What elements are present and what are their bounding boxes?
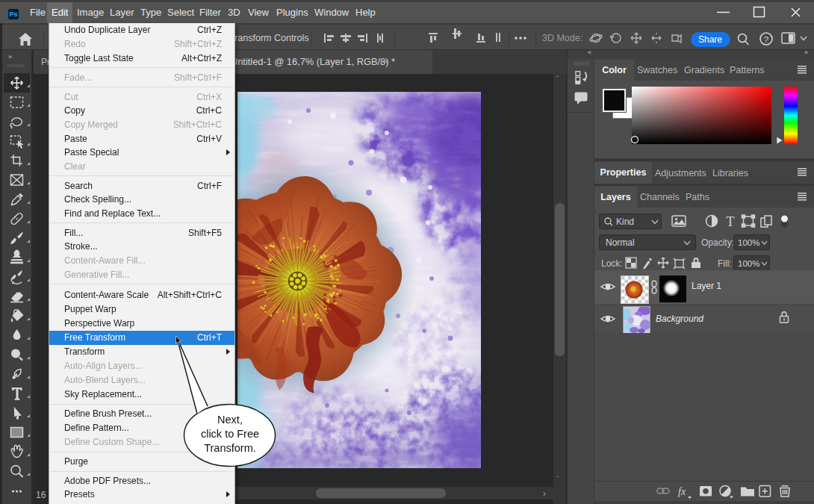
svg-text:3D Mode:: 3D Mode: <box>542 33 582 43</box>
svg-text:?: ? <box>764 35 768 44</box>
svg-text:Kind: Kind <box>616 217 634 227</box>
svg-text:Transform.: Transform. <box>204 442 256 454</box>
svg-text:»: » <box>8 53 12 60</box>
svg-text:Transform Controls: Transform Controls <box>229 33 309 43</box>
svg-text:Next,: Next, <box>217 414 243 426</box>
svg-text:Share: Share <box>698 34 722 45</box>
svg-text:fx: fx <box>678 486 686 497</box>
svg-text:T: T <box>726 214 734 229</box>
svg-text:click to Free: click to Free <box>201 428 259 440</box>
